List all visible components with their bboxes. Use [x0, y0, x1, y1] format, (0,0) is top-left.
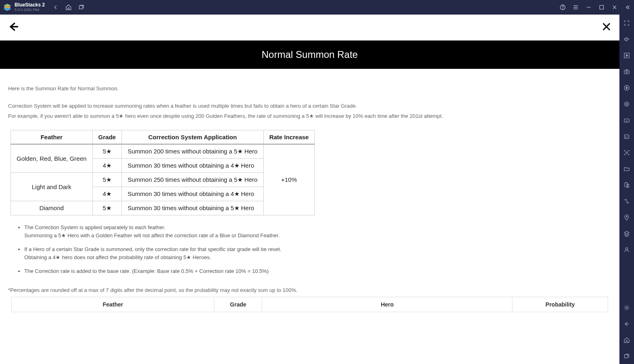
- titlebar: BlueStacks 2 5.9.0.1061 P64: [0, 0, 634, 15]
- cell-grade: 5★: [92, 201, 122, 215]
- location-icon[interactable]: [623, 214, 630, 221]
- svg-point-16: [626, 216, 628, 217]
- screenshot-icon[interactable]: [623, 149, 630, 156]
- nav-recents-icon[interactable]: [78, 4, 85, 11]
- nav-home-icon[interactable]: [65, 4, 72, 11]
- svg-rect-3: [600, 5, 603, 9]
- cell-application: Summon 30 times without obtaining a 4★ H…: [122, 158, 263, 172]
- list-item: The Correction System is applied separat…: [24, 224, 611, 240]
- cell-feather: Golden, Red, Blue, Green: [11, 144, 93, 173]
- svg-rect-19: [625, 355, 628, 358]
- apk-icon[interactable]: APK: [623, 133, 630, 140]
- intro-text: Here is the Summon Rate for Normal Summo…: [8, 85, 611, 93]
- svg-point-18: [626, 307, 628, 309]
- th-grade: Grade: [214, 297, 262, 312]
- cell-application: Summon 30 times without obtaining a 4★ H…: [122, 187, 263, 201]
- layers-icon[interactable]: [623, 230, 630, 237]
- cell-feather: Light and Dark: [11, 172, 93, 201]
- volume-icon[interactable]: [623, 36, 630, 43]
- device-icon[interactable]: [623, 181, 630, 189]
- svg-rect-5: [624, 70, 629, 74]
- shake-icon[interactable]: [623, 198, 630, 205]
- sidebar-home-icon[interactable]: [623, 336, 630, 344]
- page-close-button[interactable]: [599, 19, 614, 36]
- page-title-banner: Normal Summon Rate: [0, 40, 619, 69]
- correction-intro-2: For example, if you weren't able to summ…: [8, 113, 611, 120]
- app-logo: [3, 3, 11, 11]
- svg-point-2: [563, 9, 563, 9]
- menu-icon[interactable]: [572, 4, 579, 11]
- svg-rect-10: [624, 119, 629, 122]
- target-icon[interactable]: [623, 100, 630, 108]
- svg-rect-0: [79, 6, 82, 9]
- folder-icon[interactable]: [623, 165, 630, 172]
- keyboard-icon[interactable]: [623, 117, 630, 124]
- cell-application: Summon 30 times without obtaining a 5★ H…: [122, 201, 263, 215]
- sidebar-back-icon[interactable]: [623, 320, 630, 328]
- app-title-block: BlueStacks 2 5.9.0.1061 P64: [15, 2, 45, 12]
- svg-point-17: [625, 248, 628, 250]
- app-name: BlueStacks 2: [15, 2, 45, 8]
- page-title: Normal Summon Rate: [262, 49, 358, 60]
- th-feather: Feather: [12, 297, 214, 312]
- record-icon[interactable]: [623, 84, 630, 92]
- help-icon[interactable]: [559, 4, 566, 11]
- svg-point-13: [626, 152, 628, 153]
- svg-point-6: [626, 71, 628, 73]
- minimize-icon[interactable]: [585, 4, 592, 11]
- notes-list: The Correction System is applied separat…: [24, 224, 611, 276]
- th-grade: Grade: [92, 130, 122, 144]
- accounts-icon[interactable]: [623, 246, 630, 253]
- cell-grade: 4★: [92, 187, 122, 201]
- cell-application: Summon 200 times without obtaining a 5★ …: [122, 144, 263, 159]
- maximize-icon[interactable]: [598, 4, 605, 11]
- cell-grade: 4★: [92, 158, 122, 172]
- cell-grade: 5★: [92, 144, 122, 159]
- cell-rate: +10%: [263, 144, 315, 215]
- camera-icon[interactable]: [623, 68, 630, 75]
- play-icon[interactable]: [623, 52, 630, 59]
- th-feather: Feather: [11, 130, 93, 144]
- th-probability: Probability: [512, 297, 608, 312]
- list-item: If a Hero of a certain Star Grade is sum…: [24, 245, 611, 262]
- footnote: *Percentages are rounded off at a max of…: [8, 287, 611, 294]
- th-application: Correction System Application: [122, 130, 263, 144]
- collapse-icon[interactable]: [624, 4, 631, 11]
- fullscreen-icon[interactable]: [623, 19, 630, 27]
- main-content: Normal Summon Rate Here is the Summon Ra…: [0, 15, 619, 364]
- correction-table: Feather Grade Correction System Applicat…: [11, 130, 315, 215]
- back-button[interactable]: [6, 19, 22, 36]
- nav-back-icon[interactable]: [52, 4, 59, 11]
- svg-point-8: [625, 102, 629, 106]
- app-version: 5.9.0.1061 P64: [15, 8, 45, 12]
- th-hero: Hero: [262, 297, 512, 312]
- svg-text:APK: APK: [625, 136, 628, 138]
- svg-point-9: [626, 103, 628, 105]
- correction-intro-1: Correction System will be applied to inc…: [8, 102, 611, 110]
- cell-feather: Diamond: [11, 201, 93, 215]
- sidebar-recents-icon[interactable]: [623, 353, 630, 360]
- cell-grade: 5★: [92, 172, 122, 187]
- settings-icon[interactable]: [623, 304, 630, 311]
- list-item: The Correction rate is added to the base…: [24, 267, 611, 275]
- close-icon[interactable]: [611, 4, 618, 11]
- side-toolbar: APK: [619, 15, 634, 364]
- cell-application: Summon 250 times without obtaining a 5★ …: [122, 172, 263, 187]
- th-rate: Rate Increase: [263, 130, 315, 144]
- page-topbar: [0, 15, 619, 40]
- rate-table: Feather Grade Hero Probability: [11, 297, 608, 312]
